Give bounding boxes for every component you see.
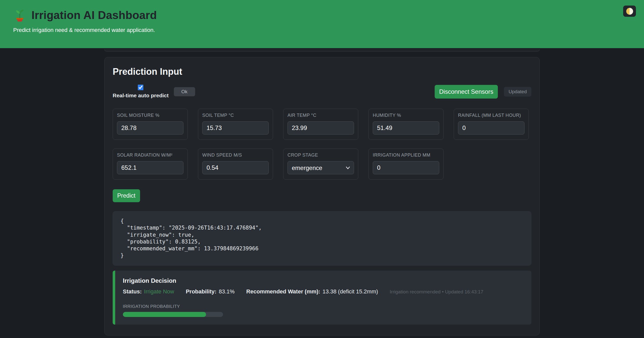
field-label: RAINFALL (MM LAST HOUR) — [458, 113, 524, 118]
solar-radiation-input[interactable] — [117, 161, 183, 174]
probability-label: Probability: — [186, 288, 216, 295]
controls-left: Real-time auto predict Ok — [113, 85, 195, 99]
controls-right: Disconnect Sensors Updated — [435, 85, 531, 99]
controls-row: Real-time auto predict Ok Disconnect Sen… — [113, 85, 531, 99]
auto-predict-label[interactable]: Real-time auto predict — [113, 92, 169, 99]
ok-badge: Ok — [174, 87, 195, 96]
field-wind-speed: WIND SPEED M/S — [198, 148, 273, 180]
probability-bar — [123, 312, 223, 317]
field-soil-temp: SOIL TEMP °C — [198, 109, 273, 140]
status-segment: Status: Irrigate Now — [123, 288, 174, 295]
field-humidity: HUMIDITY % — [368, 109, 444, 140]
water-value: 13.38 (deficit 15.2mm) — [323, 288, 378, 295]
crop-stage-select[interactable]: emergence — [287, 161, 354, 174]
main-container: Prediction Input Real-time auto predict … — [104, 49, 540, 338]
probability-segment: Probability: 83.1% — [186, 288, 234, 295]
seedling-logo-icon — [13, 9, 26, 22]
decision-title: Irrigation Decision — [123, 277, 524, 284]
field-label: IRRIGATION APPLIED MM — [373, 153, 439, 158]
page-title: Irrigation AI Dashboard — [31, 9, 157, 22]
air-temp-input[interactable] — [287, 121, 354, 135]
field-rainfall: RAINFALL (MM LAST HOUR) — [454, 109, 529, 140]
auto-predict-checkbox[interactable] — [138, 85, 143, 90]
irrigation-decision-panel: Irrigation Decision Status: Irrigate Now… — [113, 271, 531, 325]
prediction-input-title: Prediction Input — [113, 66, 531, 77]
field-soil-moisture: SOIL MOISTURE % — [113, 109, 188, 140]
probability-value: 83.1% — [219, 288, 234, 295]
crop-stage-select-wrap: emergence — [287, 161, 354, 174]
fields-row-2: SOLAR RADIATION W/M² WIND SPEED M/S CROP… — [113, 148, 531, 180]
field-crop-stage: CROP STAGE emergence — [283, 148, 358, 180]
probability-bar-fill — [123, 312, 206, 317]
field-label: SOIL TEMP °C — [202, 113, 269, 118]
soil-temp-input[interactable] — [202, 121, 269, 135]
status-value: Irrigate Now — [144, 288, 174, 295]
disconnect-sensors-button[interactable]: Disconnect Sensors — [435, 85, 498, 99]
field-label: SOLAR RADIATION W/M² — [117, 153, 183, 158]
wind-speed-input[interactable] — [202, 161, 269, 174]
soil-moisture-input[interactable] — [117, 121, 183, 135]
page-subtitle: Predict irrigation need & recommended wa… — [13, 27, 631, 33]
field-label: SOIL MOISTURE % — [117, 113, 183, 118]
field-label: HUMIDITY % — [373, 113, 439, 118]
water-segment: Recommended Water (mm): 13.38 (deficit 1… — [246, 288, 378, 295]
app-header: Irrigation AI Dashboard Predict irrigati… — [0, 0, 644, 48]
fields-row-1: SOIL MOISTURE % SOIL TEMP °C AIR TEMP °C… — [113, 109, 531, 140]
field-label: CROP STAGE — [287, 153, 354, 158]
decision-note: Irrigation recommended • Updated 16:43:1… — [390, 289, 483, 295]
water-label: Recommended Water (mm): — [246, 288, 320, 295]
field-label: AIR TEMP °C — [287, 113, 354, 118]
card-above-edge — [104, 49, 540, 52]
auto-predict-group: Real-time auto predict — [113, 85, 169, 99]
decision-summary-line: Status: Irrigate Now Probability: 83.1% … — [123, 288, 524, 295]
theme-contrast-icon — [626, 8, 633, 15]
field-irrigation-applied: IRRIGATION APPLIED MM — [368, 148, 444, 180]
updated-badge: Updated — [504, 87, 531, 97]
predict-button[interactable]: Predict — [113, 189, 140, 202]
probability-bar-label: IRRIGATION PROBABILITY — [123, 304, 524, 309]
status-label: Status: — [123, 288, 142, 295]
prediction-input-card: Prediction Input Real-time auto predict … — [104, 57, 540, 335]
humidity-input[interactable] — [373, 121, 439, 135]
rainfall-input[interactable] — [458, 121, 524, 135]
field-solar-radiation: SOLAR RADIATION W/M² — [113, 148, 188, 180]
theme-toggle-button[interactable] — [623, 6, 636, 17]
header-title-row: Irrigation AI Dashboard — [13, 9, 631, 22]
field-air-temp: AIR TEMP °C — [283, 109, 358, 140]
field-label: WIND SPEED M/S — [202, 153, 269, 158]
prediction-json-output: { "timestamp": "2025-09-26T16:43:17.4768… — [113, 211, 531, 266]
irrigation-applied-input[interactable] — [373, 161, 439, 174]
